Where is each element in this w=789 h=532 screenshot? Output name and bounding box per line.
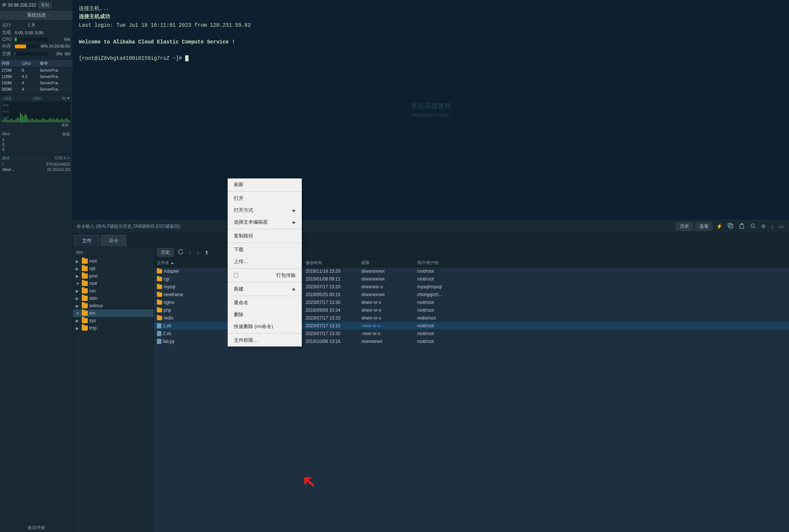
context-menu[interactable]: 刷新打开 打开方式 ▶ 选择文本编辑器 ▶ 复制路径下载上传... 打包传输 新… (228, 178, 302, 347)
upgrade-button[interactable]: 激活/升级 (0, 523, 73, 532)
ip-row: IP 39.98.208.232 复制 (0, 0, 73, 10)
svg-rect-26 (36, 119, 38, 122)
paste-icon[interactable] (737, 222, 746, 231)
upload-icon[interactable]: ↑ (187, 249, 193, 256)
ctx-item-上传...[interactable]: 上传... (228, 256, 302, 267)
system-info-header[interactable]: 系统信息 (0, 10, 73, 20)
ping-val-1: 0 (2, 137, 4, 142)
ping-row-1: 0 (2, 137, 70, 142)
terminal-cursor (185, 55, 189, 61)
svg-rect-15 (20, 113, 21, 122)
terminal-area[interactable]: 连接主机... 连接主机成功 Last login: Tue Jul 18 16… (73, 0, 789, 219)
tab-commands[interactable]: 命令 (101, 235, 126, 246)
svg-rect-43 (62, 119, 63, 122)
disk-row: / 379.9G/492G (2, 162, 70, 166)
ctx-item-选择文本编辑器[interactable]: 选择文本编辑器 ▶ (228, 216, 302, 228)
tree-item-srv[interactable]: ▼ srv (73, 309, 154, 317)
tree-item-mnt[interactable]: ▶ mnt (73, 257, 154, 265)
expand-icon: ▼ (76, 311, 80, 315)
download-icon[interactable]: ↓ (770, 223, 775, 230)
svg-line-57 (754, 227, 756, 228)
tree-item-run[interactable]: ▶ run (73, 287, 154, 295)
disk-path-value: /dev/... (2, 167, 15, 172)
col-modified[interactable]: 修改时间 (306, 260, 361, 266)
ctx-item-文件权限...[interactable]: 文件权限... (228, 334, 302, 346)
tree-item-proc[interactable]: ▶ proc (73, 272, 154, 280)
ctx-item-下载[interactable]: 下载 (228, 244, 302, 256)
svg-rect-38 (54, 120, 55, 122)
expand-icon: ▶ (76, 259, 80, 263)
tree-path-header: /srv (73, 248, 154, 257)
process-row: 128M 4.3 ServerFra. (0, 74, 73, 80)
terminal-line-3: Last login: Tue Jul 18 16:11:01 2023 fro… (79, 21, 783, 29)
file-owner: mysql/mysql (417, 284, 484, 289)
network-down: ↓31K (32, 96, 41, 101)
mem-bar (15, 45, 26, 48)
svg-text:42K: 42K (3, 110, 9, 113)
file-download-icon[interactable]: ↓ (195, 249, 201, 256)
lightning-icon[interactable]: ⚡ (715, 223, 724, 230)
ctx-item-复制路径[interactable]: 复制路径 (228, 230, 302, 242)
tree-item-root[interactable]: ▼ root (73, 280, 154, 287)
file-modified: 2023/07/17 13:20 (306, 315, 361, 321)
folder-icon (82, 281, 88, 286)
load-value: 0.00, 0.00, 0.00 (15, 30, 43, 35)
ctx-item-刷新[interactable]: 刷新 (228, 179, 302, 191)
tab-files[interactable]: 文件 (74, 235, 100, 246)
swap-stat: 交换 0% 0/0 (2, 51, 70, 57)
file-perms: drwxr-xr-x (361, 300, 417, 305)
ctx-item-label: 快速删除 (rm命令) (234, 323, 273, 330)
file-owner: root/root (417, 308, 484, 313)
folder-icon (82, 296, 88, 301)
ctx-item-打开[interactable]: 打开 (228, 192, 302, 204)
proc-mem: 260M (0, 86, 20, 93)
col-perms[interactable]: 权限 (361, 260, 417, 266)
folder-icon (82, 325, 88, 331)
svg-rect-29 (41, 119, 42, 122)
ctx-item-删除[interactable]: 删除 (228, 309, 302, 321)
ctx-item-重命名[interactable]: 重命名 (228, 297, 302, 309)
ctx-item-新建[interactable]: 新建 ▶ (228, 283, 302, 295)
history-button[interactable]: 历史 (676, 222, 693, 231)
file-owner: root/root (417, 300, 484, 305)
file-perms: drwxrwxrwx (361, 269, 417, 274)
svg-rect-41 (59, 120, 60, 122)
fullscreen-icon[interactable]: ▭ (777, 223, 785, 230)
tree-item-selinux[interactable]: ▶ selinux (73, 302, 154, 309)
disk-header: 路径 可用/大小 (2, 156, 70, 161)
tree-item-opt[interactable]: ▶ opt (73, 265, 154, 272)
tree-item-tmp[interactable]: ▶ tmp (73, 324, 154, 332)
file-name-label: Adapter (164, 269, 179, 274)
copy-icon[interactable] (726, 222, 735, 231)
proc-cmd: ServerFra. (38, 74, 73, 80)
col-filename[interactable]: 文件名 ▲ (157, 260, 231, 266)
expand-icon: ▶ (76, 274, 80, 278)
network-footer: 本机 (2, 122, 70, 128)
folder-icon (157, 300, 162, 305)
copy-ip-button[interactable]: 复制 (38, 1, 52, 9)
options-button[interactable]: 选项 (695, 222, 712, 231)
file-modified: 2016/09/09 10:34 (306, 308, 361, 313)
file-history-button[interactable]: 历史 (157, 248, 174, 257)
tree-item-sbin[interactable]: ▶ sbin (73, 295, 154, 302)
tree-item-label: opt (89, 266, 96, 271)
settings-icon[interactable]: ⚙ (760, 223, 767, 230)
mem-value: 46% 14.2G/30.5G (41, 44, 70, 48)
context-menu-separator (228, 268, 302, 269)
tree-item-label: srv (89, 311, 95, 316)
search-icon[interactable] (748, 222, 757, 231)
file-owner: redis/root (417, 315, 484, 321)
svg-rect-20 (28, 119, 29, 122)
swap-value: 0% 0/0 (50, 52, 70, 56)
running-label: 运行 (2, 22, 13, 28)
file-refresh-icon[interactable] (176, 248, 185, 257)
ctx-item-快速删除 (rm命令)[interactable]: 快速删除 (rm命令) (228, 321, 302, 332)
tree-item-sys[interactable]: ▶ sys (73, 317, 154, 324)
disk-size-value: 15.2G/15.2G (47, 167, 70, 172)
io-label[interactable]: Io ▼ (62, 96, 70, 101)
col-owner[interactable]: 用户/用户组 (417, 260, 484, 266)
file-tabs: 文件 命令 (73, 233, 789, 247)
ctx-item-打开方式[interactable]: 打开方式 ▶ (228, 204, 302, 216)
upload-file-icon[interactable]: ⬆ (203, 249, 210, 256)
ctx-item-打包传输[interactable]: 打包传输 (228, 269, 302, 281)
